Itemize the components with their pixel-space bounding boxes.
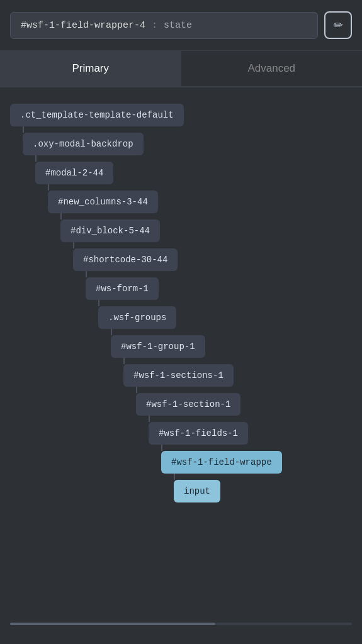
- edit-button[interactable]: ✏: [324, 11, 352, 39]
- tab-primary[interactable]: Primary: [0, 51, 181, 87]
- breadcrumb-item: #modal-2-44: [10, 162, 352, 184]
- scrollbar-track[interactable]: [10, 623, 352, 625]
- breadcrumb-pill-modal-2-44[interactable]: #modal-2-44: [35, 162, 113, 184]
- breadcrumb-connector: [73, 242, 74, 248]
- breadcrumb-pill-input[interactable]: input: [174, 480, 220, 502]
- breadcrumb-pill-wsf-1-field-wrapper[interactable]: #wsf-1-field-wrappe: [161, 451, 282, 474]
- breadcrumb-pill-oxy-modal[interactable]: .oxy-modal-backdrop: [23, 133, 144, 155]
- tabs-container: Primary Advanced: [0, 51, 362, 87]
- breadcrumb-item: #wsf-1-sections-1: [10, 364, 352, 387]
- breadcrumb-item: #new_columns-3-44: [10, 191, 352, 213]
- breadcrumb-item: #wsf-1-section-1: [10, 393, 352, 416]
- breadcrumb-pill-wsf-groups[interactable]: .wsf-groups: [98, 306, 176, 329]
- breadcrumb-item: #wsf-1-field-wrappe: [10, 451, 352, 474]
- breadcrumb-item: #ws-form-1: [10, 277, 352, 300]
- breadcrumb-pill-ws-form-1[interactable]: #ws-form-1: [86, 277, 159, 300]
- breadcrumb-connector: [161, 445, 162, 451]
- breadcrumb-list: .ct_template-template-default.oxy-modal-…: [0, 97, 362, 509]
- breadcrumb-pill-ct-template[interactable]: .ct_template-template-default: [10, 104, 184, 126]
- selector-text: #wsf-1-field-wrapper-4: [21, 20, 145, 31]
- breadcrumb-pill-wsf-1-group-1[interactable]: #wsf-1-group-1: [111, 335, 205, 358]
- breadcrumb-connector: [174, 474, 175, 480]
- scrollbar-thumb: [10, 623, 215, 625]
- breadcrumb-item: #wsf-1-group-1: [10, 335, 352, 358]
- breadcrumb-item: .oxy-modal-backdrop: [10, 133, 352, 155]
- breadcrumb-pill-wsf-1-section-1[interactable]: #wsf-1-section-1: [136, 393, 240, 416]
- breadcrumb-connector: [123, 358, 125, 364]
- breadcrumb-item: .wsf-groups: [10, 306, 352, 329]
- breadcrumb-pill-wsf-1-sections-1[interactable]: #wsf-1-sections-1: [123, 364, 234, 387]
- breadcrumb-item: #wsf-1-fields-1: [10, 422, 352, 445]
- breadcrumb-pill-shortcode-30-44[interactable]: #shortcode-30-44: [73, 248, 178, 271]
- breadcrumb-connector: [86, 271, 87, 277]
- colon-separator: :: [152, 20, 157, 31]
- breadcrumb-item: #div_block-5-44: [10, 219, 352, 242]
- state-text: state: [164, 20, 192, 31]
- breadcrumb-connector: [60, 213, 62, 219]
- breadcrumb-connector: [35, 155, 37, 162]
- breadcrumb-connector: [111, 329, 112, 335]
- tab-advanced[interactable]: Advanced: [181, 51, 363, 86]
- breadcrumb-connector: [98, 300, 99, 306]
- breadcrumb-pill-new-columns-3-44[interactable]: #new_columns-3-44: [48, 191, 158, 213]
- breadcrumb-item: .ct_template-template-default: [10, 104, 352, 126]
- breadcrumb-item: input: [10, 480, 352, 502]
- top-bar: #wsf-1-field-wrapper-4 : state ✏: [0, 0, 362, 51]
- breadcrumb-pill-wsf-1-fields-1[interactable]: #wsf-1-fields-1: [149, 422, 248, 445]
- breadcrumb-connector: [23, 126, 24, 133]
- breadcrumb-connector: [48, 184, 49, 191]
- breadcrumb-connector: [149, 416, 150, 422]
- selector-display: #wsf-1-field-wrapper-4 : state: [10, 12, 318, 39]
- pencil-icon: ✏: [334, 18, 343, 32]
- breadcrumb-pill-div-block-5-44[interactable]: #div_block-5-44: [60, 219, 160, 242]
- breadcrumb-connector: [136, 387, 137, 393]
- breadcrumb-item: #shortcode-30-44: [10, 248, 352, 271]
